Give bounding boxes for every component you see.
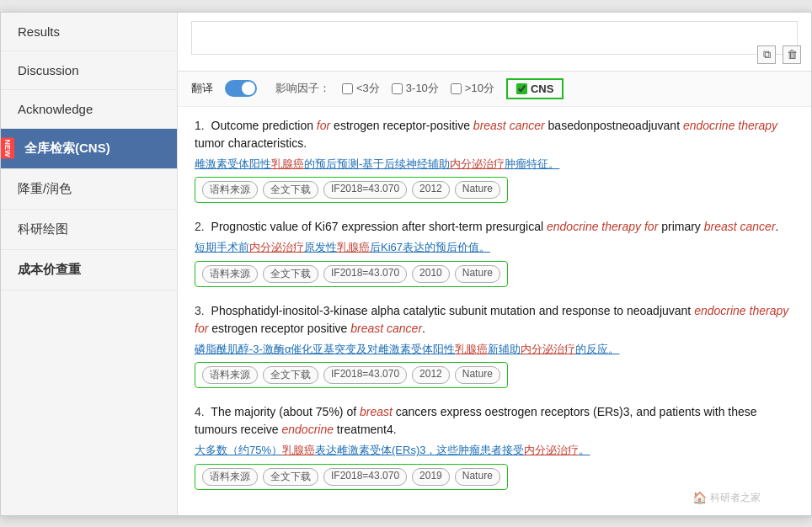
sidebar-label-results: Results — [18, 24, 60, 39]
filter-opt2-checkbox[interactable] — [392, 83, 403, 94]
result-title-3: 3. Phosphatidyl-inositol-3-kinase alpha … — [195, 302, 794, 338]
highlight-breast-4: 乳腺癌 — [282, 444, 315, 456]
top-area: ⧉ 🗑 — [178, 13, 811, 72]
result-tags-3: 语料来源 全文下载 IF2018=43.070 2012 Nature — [195, 362, 508, 388]
tag-journal-4: Nature — [455, 468, 500, 486]
tag-fulltext-2[interactable]: 全文下载 — [263, 265, 318, 283]
sidebar-label-cns-search: 全库检索(CNS) — [24, 141, 110, 155]
translate-label: 翻译 — [191, 81, 213, 96]
if-label: 影响因子： — [275, 81, 330, 96]
result-title-2: 2. Prognostic value of Ki67 expression a… — [195, 218, 794, 236]
sidebar-item-discussion[interactable]: Discussion — [1, 51, 177, 90]
filter-opt3-label: >10分 — [465, 81, 494, 96]
filter-opt2[interactable]: 3-10分 — [392, 81, 439, 96]
tag-if-3: IF2018=43.070 — [323, 366, 407, 384]
result-item-3: 3. Phosphatidyl-inositol-3-kinase alpha … — [195, 302, 794, 389]
result-tags-1: 语料来源 全文下载 IF2018=43.070 2012 Nature — [195, 177, 508, 203]
top-icons: ⧉ 🗑 — [757, 45, 801, 64]
tag-journal-2: Nature — [455, 265, 500, 283]
results-area: 1. Outcome prediction for estrogen recep… — [178, 107, 811, 515]
result-translation-1[interactable]: 雌激素受体阳性乳腺癌的预后预测-基于后续神经辅助内分泌治疗肿瘤特征。 — [195, 156, 794, 173]
tag-source-1[interactable]: 语料来源 — [202, 181, 258, 199]
sidebar-item-cost[interactable]: 成本价查重 — [1, 250, 177, 290]
sidebar-item-cns-search[interactable]: NEW 全库检索(CNS) — [1, 129, 177, 169]
result-item-4: 4. The majority (about 75%) of breast ca… — [195, 403, 794, 490]
app-window: Results Discussion Acknowledge NEW 全库检索(… — [0, 12, 812, 516]
result-title-4: 4. The majority (about 75%) of breast ca… — [195, 403, 794, 439]
copy-icon[interactable]: ⧉ — [757, 45, 776, 64]
filter-opt1[interactable]: <3分 — [342, 81, 380, 96]
highlight-endo-3: 内分泌治疗 — [521, 343, 575, 355]
sidebar-label-reweight: 降重/润色 — [18, 181, 72, 195]
italic-breast-4: breast — [360, 405, 393, 418]
highlight-endo-2: 内分泌治疗 — [249, 241, 304, 253]
watermark-text: 科研者之家 — [710, 491, 761, 505]
result-number-1: 1. — [195, 119, 205, 132]
new-badge: NEW — [1, 138, 14, 159]
tag-fulltext-1[interactable]: 全文下载 — [263, 181, 318, 199]
filter-opt3[interactable]: >10分 — [451, 81, 494, 96]
tag-year-3: 2012 — [412, 366, 450, 384]
sidebar-item-results[interactable]: Results — [1, 13, 177, 51]
cns-checkbox[interactable] — [516, 83, 527, 94]
sidebar-item-drawing[interactable]: 科研绘图 — [1, 210, 177, 250]
highlight-breast-2: 乳腺癌 — [337, 241, 370, 253]
italic-endo-2: endocrine therapy for — [547, 220, 658, 233]
tag-year-4: 2019 — [412, 468, 450, 486]
tag-fulltext-3[interactable]: 全文下载 — [263, 366, 318, 384]
highlight-breast-1: 乳腺癌 — [271, 157, 304, 170]
highlight-endo-4: 内分泌治疗 — [524, 444, 579, 456]
filter-opt1-label: <3分 — [356, 81, 380, 96]
sidebar-label-drawing: 科研绘图 — [18, 221, 68, 236]
sidebar-item-acknowledge[interactable]: Acknowledge — [1, 90, 177, 129]
italic-for-1: for — [317, 119, 330, 132]
result-translation-2[interactable]: 短期手术前内分泌治疗原发性乳腺癌后Ki67表达的预后价值。 — [195, 239, 794, 256]
filter-opt3-checkbox[interactable] — [451, 83, 462, 94]
tag-fulltext-4[interactable]: 全文下载 — [263, 468, 318, 486]
highlight-endo-1: 内分泌治疗 — [450, 157, 505, 170]
filter-bar: 翻译 影响因子： <3分 3-10分 >10分 CNS — [178, 72, 811, 107]
tag-year-1: 2012 — [412, 181, 450, 199]
watermark: 🏠 科研者之家 — [692, 491, 761, 505]
result-title-1: 1. Outcome prediction for estrogen recep… — [195, 117, 794, 152]
delete-icon[interactable]: 🗑 — [783, 45, 801, 64]
cns-filter-box[interactable]: CNS — [506, 78, 564, 99]
result-number-3: 3. — [195, 304, 205, 317]
watermark-icon: 🏠 — [692, 491, 707, 504]
italic-endo-4: endocrine — [281, 423, 334, 436]
italic-breast-3: breast cancer — [350, 322, 422, 335]
cns-label: CNS — [531, 83, 553, 95]
sidebar-label-acknowledge: Acknowledge — [18, 102, 93, 116]
result-tags-4: 语料来源 全文下载 IF2018=43.070 2019 Nature — [195, 464, 508, 490]
tag-if-4: IF2018=43.070 — [323, 468, 407, 486]
tag-year-2: 2010 — [412, 265, 450, 283]
tag-journal-3: Nature — [455, 366, 500, 384]
result-translation-4[interactable]: 大多数（约75%）乳腺癌表达雌激素受体(ERs)3，这些肿瘤患者接受内分泌治疗。 — [195, 442, 794, 459]
filter-opt2-label: 3-10分 — [406, 81, 439, 96]
tag-journal-1: Nature — [455, 181, 500, 199]
sidebar: Results Discussion Acknowledge NEW 全库检索(… — [1, 13, 178, 515]
result-tags-2: 语料来源 全文下载 IF2018=43.070 2010 Nature — [195, 261, 508, 287]
result-item-2: 2. Prognostic value of Ki67 expression a… — [195, 218, 794, 287]
sidebar-item-reweight[interactable]: 降重/润色 — [1, 169, 177, 210]
sidebar-label-cost: 成本价查重 — [18, 262, 81, 276]
tag-source-4[interactable]: 语料来源 — [202, 468, 258, 486]
result-item-1: 1. Outcome prediction for estrogen recep… — [195, 117, 794, 204]
result-translation-3[interactable]: 磷脂酰肌醇-3-激酶α催化亚基突变及对雌激素受体阳性乳腺癌新辅助内分泌治疗的反应… — [195, 341, 794, 358]
main-content: ⧉ 🗑 翻译 影响因子： <3分 3-10分 >10分 CNS — [178, 13, 811, 515]
result-number-2: 2. — [195, 220, 205, 233]
italic-breast-2: breast cancer — [704, 220, 776, 233]
filter-opt1-checkbox[interactable] — [342, 83, 353, 94]
italic-endocrine-1: endocrine therapy — [683, 119, 777, 132]
tag-if-1: IF2018=43.070 — [323, 181, 407, 199]
sidebar-label-discussion: Discussion — [18, 63, 79, 77]
highlight-breast-3: 乳腺癌 — [455, 343, 488, 355]
result-number-4: 4. — [195, 405, 205, 418]
tag-if-2: IF2018=43.070 — [323, 265, 407, 283]
tag-source-3[interactable]: 语料来源 — [202, 366, 258, 384]
italic-breast-cancer-1: breast cancer — [473, 119, 545, 132]
tag-source-2[interactable]: 语料来源 — [202, 265, 258, 283]
translate-toggle[interactable] — [225, 80, 257, 97]
italic-endo-3: endocrine therapy for — [195, 304, 788, 335]
